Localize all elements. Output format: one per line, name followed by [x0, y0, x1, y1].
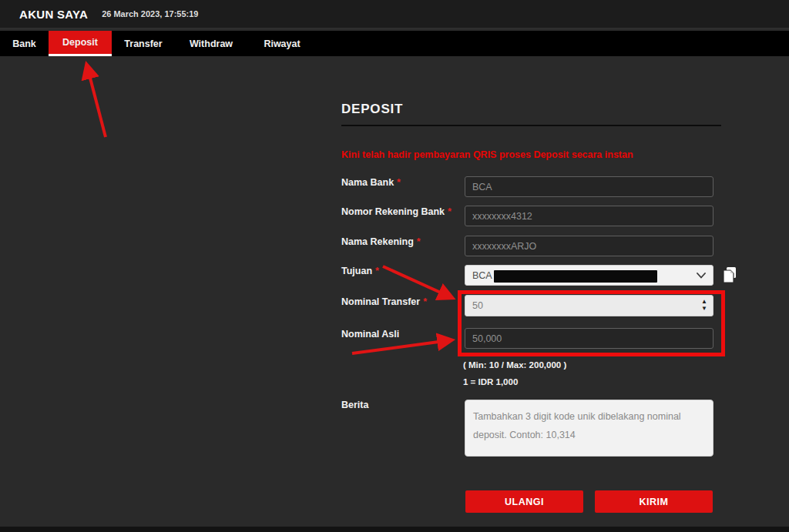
nomor-rekening-bank-input[interactable]	[465, 206, 713, 226]
tab-withdraw[interactable]: Withdraw	[175, 31, 247, 56]
nav-bar: Bank Deposit Transfer Withdraw Riwayat	[0, 31, 789, 56]
nominal-transfer-value: 50	[472, 300, 483, 311]
required-asterisk: *	[397, 177, 401, 188]
label-nominal-asli: Nominal Asli	[341, 329, 399, 340]
promo-text: Kini telah hadir pembayaran QRIS proses …	[341, 149, 633, 160]
label-tujuan: Tujuan*	[341, 266, 379, 276]
page-title: DEPOSIT	[341, 102, 403, 117]
header: AKUN SAYA 26 March 2023, 17:55:19	[0, 0, 789, 29]
rate-note: 1 = IDR 1,000	[463, 377, 518, 386]
redaction-bar	[494, 270, 657, 283]
nominal-transfer-input[interactable]: 50 ▲ ▼	[465, 295, 713, 316]
required-asterisk: *	[423, 296, 427, 307]
min-max-note: ( Min: 10 / Max: 200,000 )	[463, 360, 566, 370]
tab-transfer[interactable]: Transfer	[112, 31, 175, 56]
kirim-button[interactable]: KIRIM	[595, 490, 713, 513]
chevron-down-icon	[697, 271, 706, 280]
deposit-page: AKUN SAYA 26 March 2023, 17:55:19 Bank D…	[0, 0, 789, 532]
nama-bank-input[interactable]	[465, 176, 713, 197]
berita-textarea[interactable]: Tambahkan 3 digit kode unik dibelakang n…	[465, 400, 713, 457]
title-underline	[341, 125, 721, 126]
arrow-to-nominal-transfer	[383, 266, 451, 297]
arrow-to-nominal-asli	[352, 340, 450, 353]
tab-riwayat[interactable]: Riwayat	[247, 31, 317, 56]
account-title: AKUN SAYA	[19, 8, 88, 21]
nama-rekening-input[interactable]	[465, 236, 713, 256]
label-nama-bank: Nama Bank*	[341, 177, 401, 188]
required-asterisk: *	[417, 236, 421, 247]
bottom-bar	[0, 527, 789, 532]
required-asterisk: *	[375, 266, 379, 276]
label-berita: Berita	[341, 400, 368, 410]
copy-icon[interactable]	[720, 266, 739, 284]
required-asterisk: *	[448, 206, 452, 217]
tab-deposit[interactable]: Deposit	[49, 31, 112, 56]
label-nama-rekening: Nama Rekening*	[341, 236, 421, 247]
number-stepper[interactable]: ▲ ▼	[701, 298, 707, 312]
tab-bank[interactable]: Bank	[0, 31, 49, 56]
nominal-asli-input[interactable]	[465, 328, 713, 349]
stepper-up-icon[interactable]: ▲	[701, 298, 707, 305]
arrow-to-deposit-tab	[87, 66, 106, 137]
label-nominal-transfer: Nominal Transfer*	[341, 296, 427, 307]
stepper-down-icon[interactable]: ▼	[701, 305, 707, 312]
datetime-label: 26 March 2023, 17:55:19	[102, 9, 198, 18]
label-nomor-rekening-bank: Nomor Rekening Bank*	[341, 206, 452, 217]
ulangi-button[interactable]: ULANGI	[465, 490, 583, 513]
tujuan-select[interactable]: BCA -	[465, 265, 713, 286]
